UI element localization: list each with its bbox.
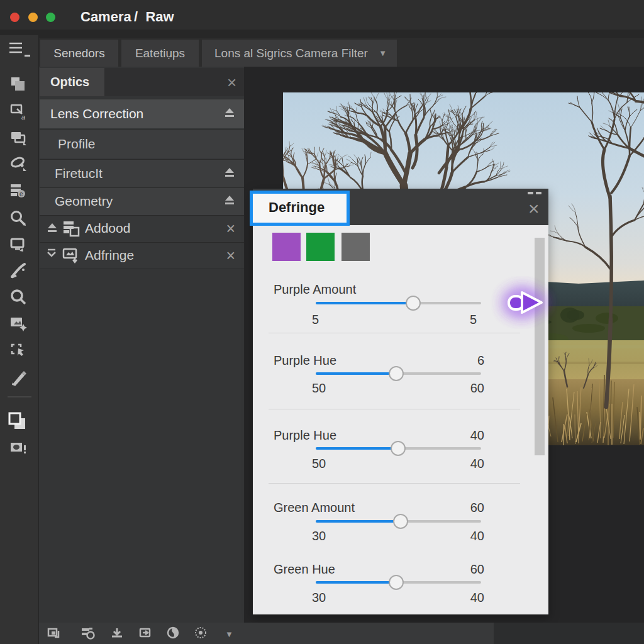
svg-text:e: e: [19, 191, 23, 197]
svg-text:a: a: [21, 113, 25, 121]
